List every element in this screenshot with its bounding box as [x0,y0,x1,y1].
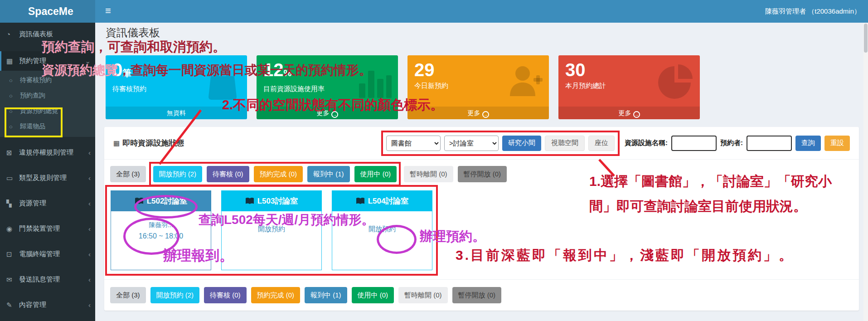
sidebar-item-resource-mgmt[interactable]: ▚ 資源管理 ‹ [0,194,95,213]
card-footer-link[interactable]: 更多→ [257,107,398,119]
sidebar-toggle-icon[interactable]: ≡ [101,0,116,23]
panel-header: ▦即時資源設施狀態 圖書館 >討論室 研究小間 視聽空間 座位 資源 [104,127,859,160]
circle-icon: ○ [9,123,20,130]
calendar-icon: ▦ [6,57,19,65]
sidebar-item-dashboard[interactable]: ◔ 資訊儀表板 [0,24,95,44]
status-pending-button[interactable]: 待審核 (0) [204,287,247,303]
status-pending-button[interactable]: 待審核 (0) [207,166,249,182]
room-reserver: 陳薇羽... [111,221,211,229]
lock-icon: ◉ [6,225,19,233]
card-usage-rate: 12% 目前資源設施使用率 更多→ [257,55,398,119]
reserver-input[interactable] [747,136,792,151]
room-name: L502討論室 [147,196,188,206]
room-header[interactable]: L503討論室 [221,190,322,211]
vertical-scrollbar[interactable] [863,23,868,321]
app-window: SpaceMe ≡ 陳薇羽管理者 （t20036admin） ◔ 資訊儀表板 ▦… [0,0,868,321]
status-checkin-button[interactable]: 報到中 (1) [307,166,350,182]
room-card-l503: L503討論室 開放預約 [221,190,322,270]
sidebar-item-content-mgmt[interactable]: ✎ 內容管理 ‹ [0,295,95,315]
sidebar-item-messaging[interactable]: ✉ 發送訊息管理 ‹ [0,270,95,289]
status-away-button[interactable]: 暫時離開 (0) [404,166,453,182]
envelope-icon: ✉ [6,276,19,284]
app-logo[interactable]: SpaceMe [0,0,95,23]
top-navbar: SpaceMe ≡ 陳薇羽管理者 （t20036admin） [0,0,868,23]
building-select[interactable]: 圖書館 [386,136,441,151]
sidebar-item-computer-terminal[interactable]: ⊡ 電腦終端管理 ‹ [0,244,95,264]
open-book-icon [245,197,254,205]
sidebar-item-access-control[interactable]: ◉ 門禁裝置管理 ‹ [0,219,95,238]
chevron-left-icon: ‹ [88,225,91,233]
card-unit: 筆 [122,68,131,78]
card-footer-link[interactable]: 無資料 [106,107,247,119]
red-annotation-box-statuses: 開放預約 (2) 待審核 (0) 預約完成 (0) 報到中 (1) 使用中 (0… [153,166,397,182]
room-name: L503討論室 [257,196,298,206]
room-body[interactable]: 開放預約 [221,211,322,270]
status-away-button[interactable]: 暫時離開 (0) [398,287,448,303]
dashboard-icon: ◔ [6,30,19,38]
card-month-total-reservations: 30 本月預約總計 更多→ [558,55,700,119]
status-all-button[interactable]: 全部 (3) [110,166,146,182]
chevron-left-icon: ‹ [88,174,91,182]
status-closed-button[interactable]: 暫停開放 (0) [452,287,502,303]
circle-icon: ○ [9,108,20,115]
status-closed-button[interactable]: 暫停開放 (0) [458,166,507,182]
open-book-icon [356,197,365,205]
resource-name-label: 資源設施名稱: [625,139,668,147]
arrow-right-circle-icon: → [482,111,489,118]
reservation-submenu: ○ 待審核預約 ○ 預約查詢 ○ 資源預約總覽 ○ 歸還物品 [0,71,95,137]
status-reserved-button[interactable]: 預約完成 (0) [254,166,303,182]
bar-chart-icon [354,63,393,101]
bag-icon [204,63,242,101]
status-checkin-button[interactable]: 報到中 (1) [305,287,347,303]
scrollbar-thumb[interactable] [864,24,868,53]
card-footer-link[interactable]: 更多→ [407,107,549,119]
chevron-down-icon: ⌄ [85,57,91,65]
sidebar-item-pending-reservations[interactable]: ○ 待審核預約 [0,73,95,88]
room-header[interactable]: L504討論室 [332,190,432,211]
chevron-left-icon: ‹ [88,199,91,207]
sidebar-item-resource-reservation-overview[interactable]: ○ 資源預約總覽 [0,103,95,119]
status-open-button[interactable]: 開放預約 (2) [153,166,203,182]
card-value: 30 [565,60,586,80]
summary-cards: 0筆 待審核預約 無資料 12% 目前資源設施使用率 更多→ [106,55,700,119]
user-menu[interactable]: 陳薇羽管理者 （t20036admin） [765,0,861,23]
open-book-icon [135,197,144,205]
study-room-button[interactable]: 研究小間 [502,136,541,151]
room-body[interactable]: 陳薇羽... 16:50 ~ 18:00 [111,211,211,270]
room-body[interactable]: 開放預約 [332,211,432,270]
room-status: 開放預約 [332,225,432,233]
reset-button[interactable]: 重設 [824,136,850,151]
room-header[interactable]: L502討論室 [111,190,211,211]
sidebar-item-return-items[interactable]: ○ 歸還物品 [0,119,95,134]
status-reserved-button[interactable]: 預約完成 (0) [251,287,301,303]
panel-title: ▦即時資源設施狀態 [113,138,184,148]
av-space-button[interactable]: 視聽空間 [545,136,585,151]
panel-controls: 圖書館 >討論室 研究小間 視聽空間 座位 資源設施名稱: 預約者: 查詢 [386,136,850,151]
sidebar: ◔ 資訊儀表板 ▦ 預約管理 ⌄ ○ 待審核預約 ○ 預約查詢 ○ 資源預約總覽… [0,23,95,321]
seat-button[interactable]: 座位 [588,136,615,151]
sidebar-item-reservation-mgmt[interactable]: ▦ 預約管理 ⌄ [0,51,95,71]
sidebar-item-reservation-search[interactable]: ○ 預約查詢 [0,88,95,103]
space-type-select[interactable]: >討論室 [444,136,499,151]
status-inuse-button[interactable]: 使用中 (0) [354,166,397,182]
room-card-l504: L504討論室 開放預約 [332,190,432,270]
laptop-icon: ▭ [6,174,19,182]
person-add-icon [505,63,543,101]
status-filter-row-top: 全部 (3) 開放預約 (2) 待審核 (0) 預約完成 (0) 報到中 (1)… [104,160,859,189]
page-title: 資訊儀表板 [106,25,160,40]
arrow-right-circle-icon: → [633,111,640,118]
card-today-new-reservations: 29 今日新預約 更多→ [407,55,549,119]
grid-icon: ▚ [6,199,19,208]
status-all-button[interactable]: 全部 (3) [110,287,146,303]
room-cards: L502討論室 陳薇羽... 16:50 ~ 18:00 [111,190,432,270]
sidebar-item-type-rules[interactable]: ▭ 類型及規則管理 ‹ [0,168,95,188]
chevron-left-icon: ‹ [88,301,91,309]
chevron-left-icon: ‹ [88,276,91,283]
status-open-button[interactable]: 開放預約 (2) [150,287,200,303]
sidebar-item-violation-rules[interactable]: ⊠ 違規停權規則管理 ‹ [0,143,95,162]
card-value: 29 [414,60,435,80]
query-button[interactable]: 查詢 [795,136,821,151]
card-footer-link[interactable]: 更多→ [558,107,700,119]
resource-name-input[interactable] [671,136,717,151]
status-inuse-button[interactable]: 使用中 (0) [352,287,394,303]
